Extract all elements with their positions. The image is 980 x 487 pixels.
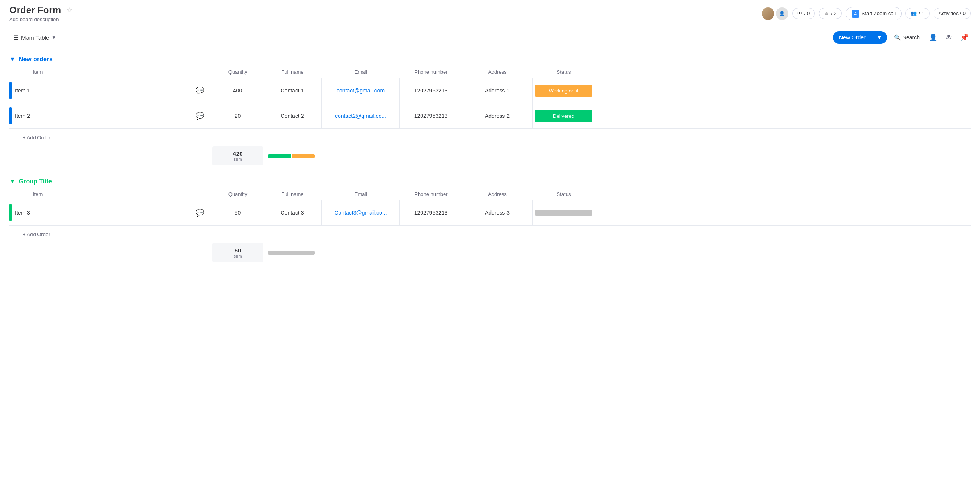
sum-value-g1: 50 xyxy=(217,247,258,254)
members-count: / 1 xyxy=(919,11,924,16)
zoom-icon: Z xyxy=(852,10,859,18)
status-badge: Delivered xyxy=(535,110,592,122)
toolbar-right: New Order ▼ 🔍 Search 👤 👁 📌 xyxy=(833,31,971,44)
address-cell[interactable]: Address 2 xyxy=(462,103,533,128)
zoom-call-btn[interactable]: Z Start Zoom call xyxy=(846,7,902,20)
status-bar-orange xyxy=(292,154,315,158)
members-btn[interactable]: 👥 / 1 xyxy=(905,8,929,19)
sum-label-g1: sum xyxy=(217,254,258,258)
bot-count-btn[interactable]: 🖥 / 2 xyxy=(819,8,841,19)
col-header-item: Item xyxy=(9,188,212,200)
phone-cell[interactable]: 12027953213 xyxy=(400,78,462,103)
fullname-cell[interactable]: Contact 2 xyxy=(263,103,322,128)
group-title-new-orders: New orders xyxy=(19,56,53,63)
item-color-bar xyxy=(9,107,12,124)
address-cell[interactable]: Address 1 xyxy=(462,78,533,103)
eye-slash-icon-btn[interactable]: 👁 xyxy=(943,31,955,44)
fullname-cell[interactable]: Contact 3 xyxy=(263,200,322,225)
phone-cell[interactable]: 12027953213 xyxy=(400,103,462,128)
item-name-cell: Item 2 💬 xyxy=(9,103,212,128)
qty-cell[interactable]: 400 xyxy=(212,78,263,103)
fullname-cell[interactable]: Contact 1 xyxy=(263,78,322,103)
item-name-cell: Item 1 💬 xyxy=(9,78,212,103)
star-icon[interactable]: ☆ xyxy=(66,6,73,14)
col-header-qty: Quantity xyxy=(212,188,263,200)
email-cell[interactable]: contact2@gmail.co... xyxy=(322,103,400,128)
status-badge: Working on it xyxy=(535,85,592,97)
pin-icon-btn[interactable]: 📌 xyxy=(958,31,971,44)
avatar-extra[interactable]: 👤 xyxy=(776,7,788,20)
group-title-group-title: Group Title xyxy=(19,178,52,185)
add-order-qty-cell xyxy=(212,129,263,146)
new-order-chevron-icon[interactable]: ▼ xyxy=(872,31,887,44)
status-badge xyxy=(535,210,592,216)
col-header-email: Email xyxy=(322,66,400,78)
group-new-orders-header[interactable]: ▼ New orders xyxy=(9,56,971,63)
status-summary xyxy=(263,146,971,165)
item-name[interactable]: Item 2 xyxy=(15,113,30,119)
comment-icon[interactable]: 💬 xyxy=(192,208,207,217)
item-name[interactable]: Item 3 xyxy=(15,210,30,216)
col-header-email: Email xyxy=(322,188,400,200)
sum-row-group0: 420 sum xyxy=(9,146,971,165)
eye-count-btn[interactable]: 👁 / 0 xyxy=(792,8,815,19)
phone-cell[interactable]: 12027953213 xyxy=(400,200,462,225)
person-icon-btn[interactable]: 👤 xyxy=(927,31,939,44)
add-order-cell-g1: + Add Order xyxy=(9,226,212,243)
group-group-title-header[interactable]: ▼ Group Title xyxy=(9,178,971,185)
qty-cell[interactable]: 50 xyxy=(212,200,263,225)
add-order-qty-cell-g1 xyxy=(212,226,263,243)
board-title: Order Form xyxy=(9,5,61,16)
comment-icon[interactable]: 💬 xyxy=(192,86,207,95)
main-table-btn[interactable]: ☰ Main Table ▼ xyxy=(9,32,60,44)
search-btn[interactable]: 🔍 Search xyxy=(890,32,924,43)
status-cell[interactable]: Working on it xyxy=(533,78,595,103)
toolbar: ☰ Main Table ▼ New Order ▼ 🔍 Search 👤 👁 … xyxy=(0,27,980,48)
status-cell[interactable]: Delivered xyxy=(533,103,595,128)
top-header: Order Form ☆ Add board description 👤 👁 /… xyxy=(0,0,980,27)
sum-label: sum xyxy=(217,157,258,162)
item-name[interactable]: Item 1 xyxy=(15,87,30,94)
add-order-btn[interactable]: + Add Order xyxy=(23,135,50,140)
table-icon: ☰ xyxy=(13,34,19,41)
comment-icon[interactable]: 💬 xyxy=(192,112,207,120)
activities-btn[interactable]: Activities / 0 xyxy=(934,8,971,19)
activities-label: Activities / 0 xyxy=(939,11,966,16)
status-bar-gray xyxy=(268,251,315,255)
group-new-orders: ▼ New orders Item Quantity Full name Ema… xyxy=(9,56,971,165)
table-row: Item 2 💬 20 Contact 2 contact2@gmail.co.… xyxy=(9,103,971,129)
col-headers-group1: Item Quantity Full name Email Phone numb… xyxy=(9,188,971,200)
bot-icon: 🖥 xyxy=(824,11,829,16)
avatar-group: 👤 xyxy=(762,7,788,20)
add-order-row-g1: + Add Order xyxy=(9,226,971,243)
status-cell[interactable] xyxy=(533,200,595,225)
col-header-item: Item xyxy=(9,66,212,78)
board-description[interactable]: Add board description xyxy=(9,16,757,22)
group-group-title: ▼ Group Title Item Quantity Full name Em… xyxy=(9,178,971,262)
status-summary-bar-g1 xyxy=(268,251,315,255)
status-summary-bar xyxy=(268,154,315,158)
bot-count: / 2 xyxy=(831,11,836,16)
email-cell[interactable]: Contact3@gmail.co... xyxy=(322,200,400,225)
email-cell[interactable]: contact@gmail.com xyxy=(322,78,400,103)
sum-value: 420 xyxy=(217,150,258,157)
main-table-label: Main Table xyxy=(21,34,49,41)
add-order-btn-g1[interactable]: + Add Order xyxy=(23,231,50,237)
search-label: Search xyxy=(903,34,920,41)
chevron-down-icon[interactable]: ▼ xyxy=(52,35,56,40)
new-order-btn[interactable]: New Order ▼ xyxy=(833,31,887,44)
item-name-cell: Item 3 💬 xyxy=(9,200,212,225)
add-order-row: + Add Order xyxy=(9,129,971,146)
new-order-label[interactable]: New Order xyxy=(833,31,872,44)
members-icon: 👥 xyxy=(911,11,917,16)
group-chevron-icon[interactable]: ▼ xyxy=(9,178,16,185)
avatar[interactable] xyxy=(762,7,774,20)
item-color-bar xyxy=(9,82,12,99)
status-summary-g1 xyxy=(263,243,971,262)
table-row: Item 3 💬 50 Contact 3 Contact3@gmail.co.… xyxy=(9,200,971,226)
address-cell[interactable]: Address 3 xyxy=(462,200,533,225)
qty-cell[interactable]: 20 xyxy=(212,103,263,128)
col-header-fullname: Full name xyxy=(263,188,322,200)
group-chevron-icon[interactable]: ▼ xyxy=(9,56,16,63)
col-headers-group0: Item Quantity Full name Email Phone numb… xyxy=(9,66,971,78)
